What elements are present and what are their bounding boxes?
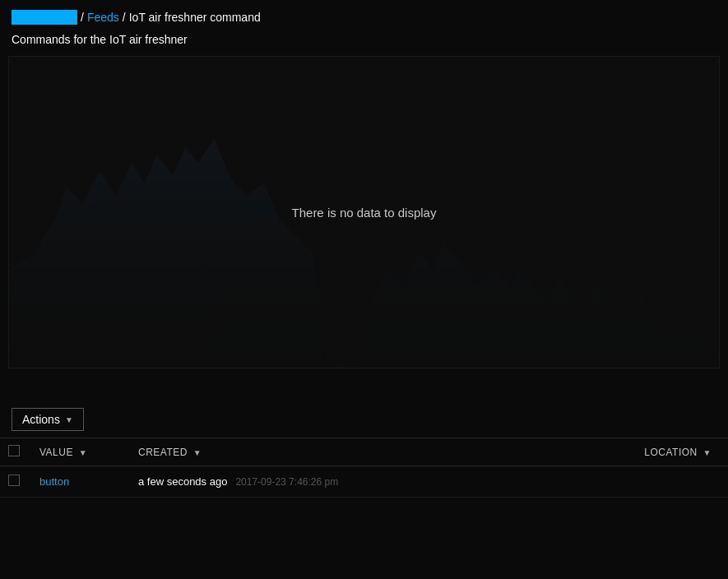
- breadcrumb-sep2: /: [123, 11, 126, 24]
- actions-button[interactable]: Actions ▼: [12, 408, 84, 431]
- breadcrumb-current: IoT air freshner command: [129, 11, 261, 24]
- table-header-row: VALUE ▼ CREATED ▼ LOCATION ▼: [0, 438, 728, 466]
- row-value: button: [28, 466, 127, 498]
- row-created: a few seconds ago 2017-09-23 7:46:26 pm: [127, 466, 390, 498]
- row-created-absolute: 2017-09-23 7:46:26 pm: [235, 476, 338, 488]
- breadcrumb: / Feeds / IoT air freshner command: [0, 0, 728, 30]
- header-checkbox-cell: [0, 438, 28, 466]
- table-row: button a few seconds ago 2017-09-23 7:46…: [0, 466, 728, 498]
- value-column-label: VALUE: [39, 447, 73, 458]
- row-location: [390, 466, 728, 498]
- breadcrumb-home-link[interactable]: [12, 10, 77, 25]
- value-sort-icon[interactable]: ▼: [79, 448, 87, 457]
- chart-area: There is no data to display: [8, 56, 720, 368]
- created-sort-icon[interactable]: ▼: [193, 448, 202, 457]
- table-body: button a few seconds ago 2017-09-23 7:46…: [0, 466, 728, 498]
- location-sort-icon[interactable]: ▼: [703, 448, 712, 457]
- breadcrumb-feeds-link[interactable]: Feeds: [87, 11, 119, 24]
- header-value: VALUE ▼: [28, 438, 127, 466]
- breadcrumb-sep1: /: [81, 11, 84, 24]
- chart-no-data-label: There is no data to display: [292, 206, 437, 220]
- created-column-label: CREATED: [138, 447, 188, 458]
- row-checkbox-cell: [0, 466, 28, 498]
- select-all-checkbox[interactable]: [8, 445, 20, 456]
- actions-bar: Actions ▼: [0, 401, 728, 438]
- page-subtitle: Commands for the IoT air freshner: [0, 30, 728, 56]
- location-column-label: LOCATION: [644, 447, 697, 458]
- header-location: LOCATION ▼: [390, 438, 728, 466]
- row-created-relative: a few seconds ago: [138, 475, 227, 488]
- row-checkbox[interactable]: [8, 475, 20, 486]
- data-table: VALUE ▼ CREATED ▼ LOCATION ▼ button a fe…: [0, 438, 728, 498]
- header-created: CREATED ▼: [127, 438, 390, 466]
- actions-label: Actions: [22, 413, 60, 426]
- dropdown-arrow-icon: ▼: [65, 415, 73, 424]
